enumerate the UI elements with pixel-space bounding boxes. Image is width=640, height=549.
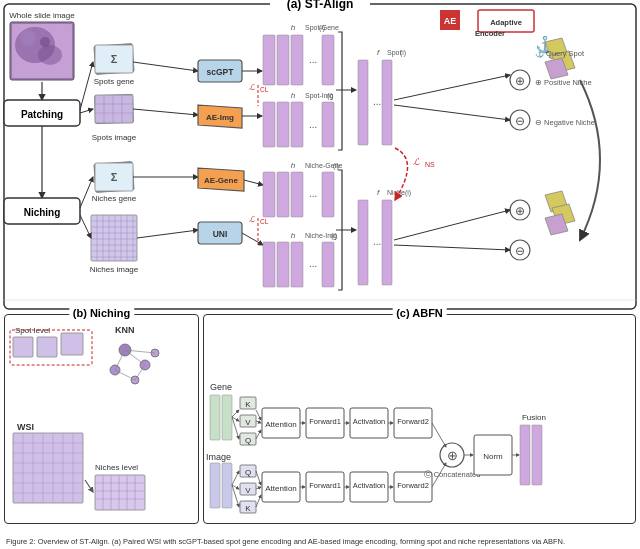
svg-rect-109 (263, 242, 275, 287)
svg-line-224 (256, 410, 261, 420)
caption-text: Figure 2: Overview of ST-Align. (a) Pair… (6, 537, 565, 546)
svg-text:NS: NS (425, 161, 435, 168)
svg-rect-23 (95, 95, 133, 123)
svg-text:Forward1: Forward1 (309, 417, 341, 426)
svg-text:Q: Q (245, 468, 251, 477)
svg-text:Niche: Niche (387, 189, 405, 196)
svg-text:...: ... (309, 119, 317, 130)
svg-text:AE: AE (444, 16, 457, 26)
abfn-section: (c) ABFN Gene Image K V Q (203, 314, 636, 524)
abfn-section-title: (c) ABFN (392, 307, 447, 319)
svg-rect-156 (13, 337, 33, 357)
svg-text:⊕: ⊕ (515, 204, 525, 218)
niching-section: (b) Niching Spot level KNN (4, 314, 199, 524)
svg-text:V: V (245, 486, 251, 495)
svg-rect-75 (322, 35, 334, 85)
svg-text:Patching: Patching (21, 109, 63, 120)
svg-rect-80 (263, 102, 275, 147)
svg-text:ℒ: ℒ (249, 215, 255, 224)
svg-text:CL: CL (260, 218, 269, 225)
svg-text:⊕ Positive Niche: ⊕ Positive Niche (535, 78, 592, 87)
svg-text:Forward2: Forward2 (397, 417, 429, 426)
svg-line-150 (394, 245, 510, 250)
svg-line-228 (256, 487, 261, 489)
svg-line-195 (85, 480, 93, 492)
svg-rect-186 (95, 475, 145, 510)
bottom-container: (b) Niching Spot level KNN (4, 314, 636, 524)
svg-text:(i): (i) (319, 24, 325, 32)
svg-text:Niching: Niching (24, 207, 61, 218)
svg-rect-71 (263, 35, 275, 85)
svg-text:Σ: Σ (111, 171, 118, 183)
svg-text:Attention: Attention (265, 484, 297, 493)
svg-text:Forward1: Forward1 (309, 481, 341, 490)
svg-text:(i): (i) (327, 92, 333, 100)
svg-text:Spots gene: Spots gene (94, 77, 135, 86)
svg-text:AE-Gene: AE-Gene (204, 176, 238, 185)
svg-text:h: h (291, 23, 296, 32)
svg-rect-35 (91, 215, 137, 261)
svg-text:Gene: Gene (210, 382, 232, 392)
svg-text:CL: CL (260, 86, 269, 93)
svg-rect-123 (382, 200, 392, 285)
svg-line-168 (135, 365, 145, 380)
svg-text:Spots image: Spots image (92, 133, 137, 142)
svg-rect-104 (322, 172, 334, 217)
svg-rect-257 (532, 425, 542, 485)
svg-text:ⓒ Concatenated: ⓒ Concatenated (424, 470, 481, 479)
svg-rect-157 (37, 337, 57, 357)
svg-text:h: h (291, 91, 296, 100)
svg-text:KNN: KNN (115, 325, 135, 335)
svg-line-51 (80, 62, 93, 110)
svg-line-214 (232, 410, 239, 417)
svg-text:Niches level: Niches level (95, 463, 138, 472)
svg-line-250 (432, 423, 446, 447)
svg-text:...: ... (373, 96, 381, 107)
niching-diagram: Spot level KNN (5, 315, 200, 525)
svg-line-56 (133, 109, 198, 115)
svg-text:h: h (291, 161, 296, 170)
svg-rect-92 (358, 60, 368, 145)
svg-text:Fusion: Fusion (522, 413, 546, 422)
svg-point-9 (20, 30, 36, 46)
svg-text:(a) ST-Align: (a) ST-Align (287, 0, 354, 11)
svg-text:⊖: ⊖ (515, 114, 525, 128)
svg-line-225 (256, 421, 261, 423)
svg-rect-73 (291, 35, 303, 85)
svg-rect-82 (291, 102, 303, 147)
svg-text:f: f (377, 48, 380, 57)
svg-text:V: V (245, 418, 251, 427)
svg-rect-111 (291, 242, 303, 287)
svg-rect-172 (13, 433, 83, 503)
svg-text:(i): (i) (331, 232, 337, 240)
svg-rect-256 (520, 425, 530, 485)
svg-text:⊕: ⊕ (515, 74, 525, 88)
svg-text:⊕: ⊕ (447, 448, 458, 463)
svg-line-165 (125, 350, 145, 365)
main-container: (a) ST-Align (a) ST-Align Whole slide im… (0, 0, 640, 549)
svg-rect-113 (322, 242, 334, 287)
svg-rect-198 (222, 395, 232, 440)
svg-text:⊖: ⊖ (515, 244, 525, 258)
svg-text:Niches image: Niches image (90, 265, 139, 274)
svg-rect-81 (277, 102, 289, 147)
svg-text:K: K (245, 400, 251, 409)
svg-text:(i): (i) (333, 162, 339, 170)
svg-text:Activation: Activation (353, 417, 386, 426)
svg-rect-200 (210, 463, 220, 508)
svg-text:...: ... (309, 188, 317, 199)
svg-text:ℒ: ℒ (249, 83, 255, 92)
svg-text:ℒ: ℒ (413, 157, 420, 167)
svg-text:Niches gene: Niches gene (92, 194, 137, 203)
svg-point-8 (38, 45, 62, 65)
niching-section-title: (b) Niching (69, 307, 134, 319)
svg-line-229 (256, 495, 261, 507)
svg-rect-201 (222, 463, 232, 508)
svg-text:AE-Img: AE-Img (206, 113, 234, 122)
svg-text:...: ... (309, 54, 317, 65)
svg-text:⊖ Negative Niche: ⊖ Negative Niche (535, 118, 595, 127)
svg-text:h: h (291, 231, 296, 240)
svg-text:Q: Q (245, 436, 251, 445)
svg-text:scGPT: scGPT (207, 67, 235, 77)
svg-rect-110 (277, 242, 289, 287)
